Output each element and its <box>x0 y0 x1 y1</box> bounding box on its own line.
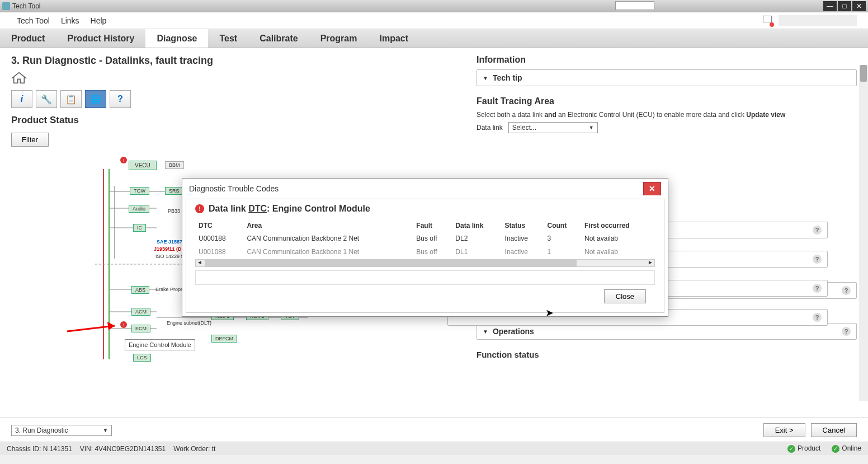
tech-tip-panel[interactable]: ▼ Tech tip <box>477 69 857 86</box>
col-status[interactable]: Status <box>502 219 544 232</box>
scrollbar[interactable] <box>859 65 868 401</box>
col-dtc[interactable]: DTC <box>195 219 243 232</box>
dialog-heading: ! Data link DTC: Engine Control Module <box>195 204 655 214</box>
menu-bar: Tech Tool Links Help <box>0 12 868 29</box>
ecu-tooltip: Engine Control Module <box>125 339 195 350</box>
chevron-down-icon: ▼ <box>483 75 488 81</box>
function-status-title: Function status <box>477 350 857 359</box>
error-indicator-vecu: ! <box>120 157 127 163</box>
note-tool-icon[interactable]: 📋 <box>60 90 82 108</box>
tab-diagnose[interactable]: Diagnose <box>145 29 208 48</box>
svg-marker-13 <box>107 322 115 330</box>
dialog-close-button[interactable]: ✕ <box>643 182 661 195</box>
minimize-button[interactable]: — <box>823 1 837 11</box>
scroll-right-icon[interactable]: ► <box>648 259 653 265</box>
menu-tech-tool[interactable]: Tech Tool <box>11 14 55 27</box>
data-link-dropdown[interactable]: Select...▼ <box>508 122 598 133</box>
scroll-left-icon[interactable]: ◄ <box>197 259 202 265</box>
label-engine-sub: Engine subnet(DLT) <box>167 320 211 326</box>
filter-button[interactable]: Filter <box>11 133 49 147</box>
col-fault[interactable]: Fault <box>413 219 452 232</box>
ecu-tgw[interactable]: TGW <box>130 187 149 195</box>
information-title: Information <box>477 55 857 65</box>
menu-help[interactable]: Help <box>85 14 112 27</box>
ecu-lcs[interactable]: LCS <box>133 354 151 362</box>
fault-help-text: Select both a data link and an Electroni… <box>477 111 857 119</box>
dialog-close-btn[interactable]: Close <box>604 289 646 303</box>
toolbar: i 🔧 📋 🌐 ? <box>11 90 454 108</box>
product-status-title: Product Status <box>11 115 454 126</box>
svg-line-12 <box>67 326 115 331</box>
col-datalink[interactable]: Data link <box>452 219 501 232</box>
fault-tracing-title: Fault Tracing Area <box>477 96 857 106</box>
info-tool-icon[interactable]: i <box>11 90 32 108</box>
help-icon[interactable]: ? <box>813 284 822 293</box>
tab-product-history[interactable]: Product History <box>56 29 145 48</box>
window-title-bar: Tech Tool — □ ✕ <box>0 0 868 12</box>
dialog-title: Diagnostic Trouble Codes <box>189 184 279 193</box>
ecu-acm[interactable]: ACM <box>131 308 150 316</box>
label-j1939: J1939/11 (D <box>154 246 182 252</box>
ecu-audio[interactable]: Audio <box>129 205 149 213</box>
scrollbar-thumb[interactable] <box>860 65 867 82</box>
ecu-ic[interactable]: IC <box>133 224 146 232</box>
tech-tip-label: Tech tip <box>493 73 522 82</box>
help-icon[interactable]: ? <box>813 313 822 322</box>
exit-button[interactable]: Exit > <box>763 423 805 429</box>
error-icon: ! <box>195 204 204 213</box>
chevron-down-icon: ▼ <box>103 428 108 429</box>
dtc-table: DTC Area Fault Data link Status Count Fi… <box>195 219 655 258</box>
col-area[interactable]: Area <box>243 219 413 232</box>
label-iso: ISO 14229 5 <box>155 254 184 259</box>
help-icon[interactable]: ? <box>842 286 851 295</box>
col-first[interactable]: First occurred <box>581 219 655 232</box>
wrench-tool-icon[interactable]: 🔧 <box>36 90 57 108</box>
step-dropdown[interactable]: 3. Run Diagnostic▼ <box>11 425 112 429</box>
tab-program[interactable]: Program <box>309 29 369 48</box>
menu-links[interactable]: Links <box>55 14 85 27</box>
help-icon[interactable]: ? <box>842 327 851 336</box>
table-row[interactable]: U001088 CAN Communication Backbone 1 Net… <box>195 245 655 258</box>
tab-calibrate[interactable]: Calibrate <box>248 29 309 48</box>
title-dropdown[interactable] <box>615 1 654 10</box>
nav-bar: 3. Run Diagnostic▼ Exit > Cancel <box>0 417 868 429</box>
col-count[interactable]: Count <box>544 219 581 232</box>
close-window-button[interactable]: ✕ <box>852 1 866 11</box>
table-scrollbar[interactable]: ◄ ► <box>195 259 655 267</box>
ecu-bbm[interactable]: BBM <box>165 161 184 169</box>
ecu-ecm[interactable]: ECM <box>131 325 150 332</box>
error-indicator-ecm: ! <box>120 321 127 328</box>
ecu-defcm[interactable]: DEFCM <box>211 335 237 343</box>
label-sae: SAE J1587 ( <box>157 239 186 245</box>
home-icon[interactable] <box>11 71 27 85</box>
search-field[interactable] <box>779 15 857 26</box>
ecu-abs[interactable]: ABS <box>131 286 149 294</box>
page-title: 3. Run Diagnostic - Datalinks, fault tra… <box>11 55 454 67</box>
window-title: Tech Tool <box>12 2 40 10</box>
ecu-srs[interactable]: SRS <box>165 187 183 195</box>
chevron-down-icon: ▼ <box>589 125 594 130</box>
notification-icon[interactable] <box>763 16 773 26</box>
globe-tool-icon[interactable]: 🌐 <box>85 90 106 108</box>
dialog-detail-box <box>195 270 655 285</box>
scrollbar-thumb[interactable] <box>205 260 577 266</box>
ecu-vecu[interactable]: VECU <box>129 161 157 170</box>
app-icon <box>2 2 10 10</box>
dialog-titlebar: Diagnostic Trouble Codes ✕ <box>182 179 668 199</box>
tab-test[interactable]: Test <box>208 29 248 48</box>
help-icon[interactable]: ? <box>813 255 822 264</box>
help-icon[interactable]: ? <box>813 226 822 235</box>
tab-impact[interactable]: Impact <box>368 29 419 48</box>
table-row[interactable]: U000188 CAN Communication Backbone 2 Net… <box>195 232 655 245</box>
data-link-label: Data link <box>477 124 503 132</box>
dtc-dialog: Diagnostic Trouble Codes ✕ ! Data link D… <box>182 178 668 317</box>
main-tabs: Product Product History Diagnose Test Ca… <box>0 29 868 48</box>
help-tool-icon[interactable]: ? <box>110 90 131 108</box>
cancel-button[interactable]: Cancel <box>811 423 857 429</box>
maximize-button[interactable]: □ <box>838 1 851 11</box>
tab-product[interactable]: Product <box>0 29 56 48</box>
